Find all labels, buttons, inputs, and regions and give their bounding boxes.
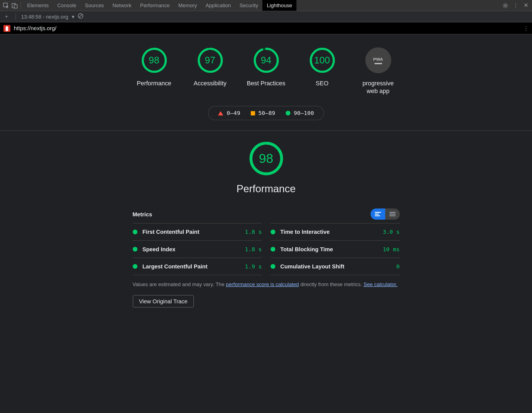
lighthouse-icon — [3, 25, 10, 32]
dot-green-icon — [132, 230, 137, 234]
close-icon[interactable]: ✕ — [522, 1, 530, 10]
dot-green-icon — [270, 230, 275, 234]
dot-green-icon — [132, 247, 137, 252]
gauge-label: Accessibility — [194, 79, 227, 87]
metrics-grid: First Contentful Paint1.8 s Speed Index1… — [132, 223, 400, 275]
tab-application[interactable]: Application — [201, 0, 235, 11]
tab-lighthouse[interactable]: Lighthouse — [262, 0, 296, 11]
category-header-performance: 98 Performance — [0, 131, 532, 200]
url-bar: https://nextjs.org/ ⋮ — [0, 22, 532, 35]
link-see-calculator[interactable]: See calculator. — [364, 281, 397, 288]
category-score: 98 — [249, 142, 283, 176]
gear-icon[interactable] — [501, 1, 510, 10]
tab-memory[interactable]: Memory — [174, 0, 201, 11]
gauge-label: Performance — [137, 79, 172, 87]
tab-console[interactable]: Console — [53, 0, 81, 11]
report-menu-icon[interactable]: ⋮ — [523, 25, 529, 31]
tab-security[interactable]: Security — [235, 0, 263, 11]
legend-range-avg: 50–89 — [258, 110, 275, 116]
svg-marker-6 — [6, 26, 8, 31]
gauge-best-practices[interactable]: 94 Best Practices — [247, 47, 285, 95]
triangle-red-icon — [218, 111, 223, 116]
tab-elements[interactable]: Elements — [23, 0, 53, 11]
clear-icon[interactable] — [78, 13, 84, 20]
kebab-menu-icon[interactable]: ⋮ — [511, 1, 520, 10]
square-orange-icon — [250, 111, 255, 116]
lighthouse-report: 98 Performance 97 Accessibility 94 Best … — [0, 34, 532, 313]
svg-point-3 — [505, 4, 506, 6]
metrics-heading: Metrics — [132, 211, 152, 217]
chevron-down-icon[interactable]: ▾ — [72, 14, 74, 20]
gauge-seo[interactable]: 100 SEO — [303, 47, 341, 95]
gauge-label: SEO — [316, 79, 328, 87]
tab-network[interactable]: Network — [108, 0, 136, 11]
device-toggle-icon[interactable] — [10, 1, 19, 10]
category-title: Performance — [236, 183, 296, 195]
metrics-view-toggle — [370, 209, 400, 220]
metric-fcp[interactable]: First Contentful Paint1.8 s — [132, 223, 262, 240]
metric-si[interactable]: Speed Index1.8 s — [132, 240, 262, 258]
gauge-accessibility[interactable]: 97 Accessibility — [191, 47, 229, 95]
gauge-performance[interactable]: 98 Performance — [135, 47, 173, 95]
legend-range-fail: 0–49 — [227, 110, 240, 116]
devtools-toolbar: Elements Console Sources Network Perform… — [0, 0, 532, 11]
score-legend: 0–49 50–89 90–100 — [208, 106, 324, 120]
score-gauges: 98 Performance 97 Accessibility 94 Best … — [0, 34, 532, 99]
view-toggle-expanded[interactable] — [385, 209, 400, 220]
view-toggle-collapsed[interactable] — [370, 209, 385, 220]
svg-line-5 — [79, 14, 82, 17]
dot-green-icon — [286, 111, 290, 116]
inspect-element-icon[interactable] — [2, 1, 10, 10]
dot-green-icon — [270, 264, 275, 269]
gauge-score: 100 — [309, 47, 335, 73]
page-url: https://nextjs.org/ — [14, 25, 57, 31]
gauge-score: 94 — [253, 47, 279, 73]
gauge-score: 98 — [141, 47, 167, 73]
gauge-label: progressive web app — [359, 79, 398, 95]
tab-sources[interactable]: Sources — [81, 0, 108, 11]
metric-tbt[interactable]: Total Blocking Time10 ms — [270, 240, 400, 258]
metric-lcp[interactable]: Largest Contentful Paint1.9 s — [132, 258, 262, 275]
dot-green-icon — [270, 247, 275, 252]
tab-performance[interactable]: Performance — [136, 0, 174, 11]
gauge-label: Best Practices — [247, 79, 285, 87]
gauge-pwa[interactable]: PWA progressive web app — [359, 47, 398, 95]
lighthouse-subtoolbar: ＋ 13:48:58 - nextjs.org ▾ — [0, 11, 532, 22]
new-report-button[interactable]: ＋ — [2, 13, 10, 20]
svg-rect-2 — [14, 4, 17, 8]
metric-cls[interactable]: Cumulative Layout Shift0 — [270, 258, 400, 275]
report-timestamp[interactable]: 13:48:58 - nextjs.org — [21, 14, 68, 20]
dot-green-icon — [132, 264, 137, 269]
pwa-badge-icon: PWA — [365, 47, 391, 73]
metric-tti[interactable]: Time to Interactive3.0 s — [270, 223, 400, 240]
gauge-score: 97 — [197, 47, 223, 73]
metrics-disclaimer: Values are estimated and may vary. The p… — [132, 281, 400, 288]
view-trace-button[interactable]: View Original Trace — [132, 295, 194, 308]
devtools-tabs: Elements Console Sources Network Perform… — [23, 0, 296, 11]
link-score-calculated[interactable]: performance score is calculated — [226, 281, 299, 288]
legend-range-pass: 90–100 — [294, 110, 314, 116]
